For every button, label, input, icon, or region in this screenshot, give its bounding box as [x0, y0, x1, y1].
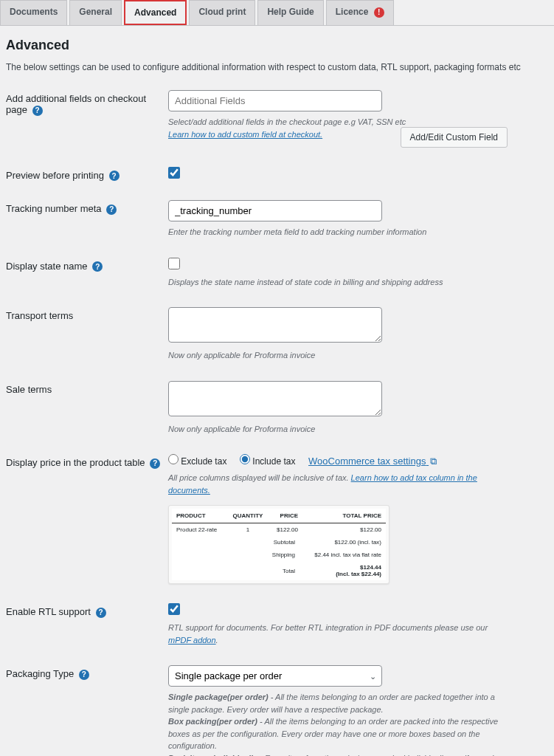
exclude-tax-radio[interactable]: [168, 454, 179, 464]
include-tax-label: Include tax: [252, 456, 295, 467]
label-transport: Transport terms: [6, 310, 73, 321]
th-price: PRICE: [269, 509, 302, 523]
label-packaging: Packaging Type: [6, 668, 74, 679]
desc-sale: Now only applicable for Proforma invoice: [168, 423, 508, 436]
desc-tracking: Enter the tracking number meta field to …: [168, 226, 508, 238]
help-icon[interactable]: ?: [96, 608, 106, 618]
desc-state: Displays the state name instead of state…: [168, 276, 508, 289]
tab-help-guide[interactable]: Help Guide: [257, 0, 323, 25]
help-icon[interactable]: ?: [32, 106, 43, 116]
desc-rtl: RTL support for documents. For better RT…: [168, 623, 488, 632]
th-qty: QUANTITY: [226, 509, 269, 523]
label-preview: Preview before printing: [6, 170, 104, 181]
label-price: Display price in the product table: [6, 457, 145, 468]
desc-rtl-suffix: .: [216, 636, 218, 645]
help-icon[interactable]: ?: [150, 458, 160, 469]
label-rtl: Enable RTL support: [6, 606, 91, 617]
include-tax-radio[interactable]: [240, 454, 250, 464]
add-edit-custom-field-button[interactable]: Add/Edit Custom Field: [401, 127, 508, 148]
help-icon[interactable]: ?: [106, 205, 117, 215]
subtotal-label: Subtotal: [172, 536, 302, 549]
tab-advanced[interactable]: Advanced: [124, 0, 187, 25]
td-price: $122.00: [269, 523, 302, 537]
th-total: TOTAL PRICE: [302, 509, 386, 523]
label-tracking: Tracking number meta: [6, 203, 102, 214]
tabs-bar: Documents General Advanced Cloud print H…: [0, 0, 554, 26]
mpdf-addon-link[interactable]: mPDF addon: [168, 636, 216, 645]
desc-additional: Select/add additional fields in the chec…: [168, 117, 406, 126]
transport-textarea[interactable]: [168, 307, 382, 343]
th-product: PRODUCT: [172, 509, 226, 523]
label-sale: Sale terms: [6, 384, 52, 395]
external-link-icon: ⧉: [430, 456, 437, 467]
pkg-desc1-b: Single package(per order): [168, 693, 269, 701]
page-title: Advanced: [6, 38, 548, 53]
td-product: Product 22-rate: [172, 523, 226, 537]
shipping-val: $2.44 incl. tax via flat rate: [302, 549, 386, 561]
desc-transport: Now only applicable for Proforma invoice: [168, 349, 508, 362]
desc-price: All price columns displayed will be incl…: [168, 473, 351, 482]
tab-licence[interactable]: Licence !: [326, 0, 394, 25]
help-icon[interactable]: ?: [109, 171, 120, 181]
packaging-select[interactable]: Single package per order: [168, 665, 382, 687]
label-additional: Add additional fields on checkout page: [6, 93, 146, 115]
preview-checkbox[interactable]: [168, 167, 180, 179]
label-state: Display state name: [6, 261, 88, 272]
total-val: $124.44: [360, 564, 381, 571]
total-label: Total: [172, 561, 302, 580]
td-qty: 1: [226, 523, 269, 537]
additional-fields-input[interactable]: [168, 90, 382, 111]
alert-icon: !: [374, 7, 384, 18]
tab-cloud-print[interactable]: Cloud print: [189, 0, 255, 25]
help-icon[interactable]: ?: [92, 261, 103, 272]
exclude-tax-label: Exclude tax: [181, 456, 226, 467]
pkg-desc3-b: Pack items individually: [168, 754, 257, 757]
rtl-checkbox[interactable]: [168, 603, 180, 615]
tab-documents[interactable]: Documents: [0, 0, 67, 25]
subtotal-val: $122.00 (incl. tax): [302, 536, 386, 549]
shipping-label: Shipping: [172, 549, 302, 561]
price-preview-table: PRODUCT QUANTITY PRICE TOTAL PRICE Produ…: [168, 505, 389, 584]
page-intro: The below settings can be used to config…: [6, 62, 548, 72]
woo-tax-settings-link[interactable]: WooCommerce tax settings ⧉: [308, 456, 437, 467]
tracking-input[interactable]: [168, 200, 382, 221]
td-total: $122.00: [302, 523, 386, 537]
learn-custom-field-link[interactable]: Learn how to add custom field at checkou…: [168, 130, 322, 139]
sale-textarea[interactable]: [168, 381, 382, 416]
total-incl: (Incl. tax $22.44): [336, 571, 381, 577]
help-icon[interactable]: ?: [79, 670, 89, 680]
tab-general[interactable]: General: [69, 0, 122, 25]
tab-licence-label: Licence: [336, 7, 369, 17]
pkg-desc2-b: Box packing(per order): [168, 717, 257, 726]
state-checkbox[interactable]: [168, 258, 180, 269]
